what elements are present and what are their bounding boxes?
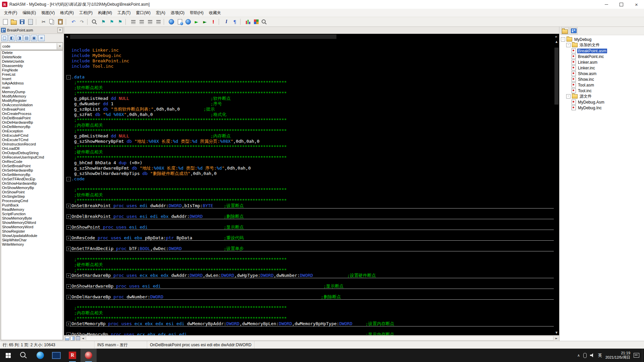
function-list-item[interactable]: OnLoadDll xyxy=(1,146,63,151)
function-list-item[interactable]: OnResCode xyxy=(1,160,63,164)
tree-item[interactable]: Show.asm xyxy=(559,71,644,76)
editor-line[interactable]: ;内存断点相关 xyxy=(64,123,554,128)
tray-device-icon[interactable] xyxy=(583,353,587,358)
function-list-item[interactable]: OnSetTFAndDecEip xyxy=(1,177,63,181)
editor-line[interactable] xyxy=(64,326,554,332)
action-center-icon[interactable] xyxy=(634,353,639,358)
bookmark-view-icon[interactable] xyxy=(65,336,69,341)
function-list-item[interactable]: ShowMemoryWord xyxy=(1,225,63,229)
function-list-item[interactable]: OnAccessVoilation xyxy=(1,103,63,107)
combobox-dropdown-icon[interactable]: ▼ xyxy=(57,43,63,49)
function-list-item[interactable]: FingNode xyxy=(1,68,63,72)
editor-bottom-scrollbar[interactable] xyxy=(86,336,553,341)
tree-item[interactable]: -添加的文件 xyxy=(559,42,644,48)
compile-rc-icon[interactable] xyxy=(176,18,184,26)
tree-item[interactable]: BreakPoint.inc xyxy=(559,54,644,59)
browser-taskbar-icon[interactable] xyxy=(32,349,48,362)
function-list-item[interactable]: PushBack xyxy=(1,203,63,207)
radasm-active-taskbar-icon[interactable] xyxy=(80,349,97,362)
function-list-item[interactable]: OnShowPoint xyxy=(1,190,63,194)
menu-item-2[interactable]: 视图(V) xyxy=(39,9,57,17)
editor-line[interactable]: ;内存断点相关 xyxy=(64,310,554,316)
hscroll-right-icon[interactable]: ► xyxy=(554,337,559,340)
editor-line[interactable] xyxy=(64,182,554,187)
run-debug-icon[interactable]: ► xyxy=(201,18,209,26)
tree-expand-icon[interactable]: - xyxy=(561,37,565,42)
editor-line[interactable]: ;软件断点相关 xyxy=(64,85,554,90)
fold-expand-icon[interactable]: + xyxy=(66,284,71,289)
redo-icon[interactable]: ↷ xyxy=(78,18,86,26)
function-list-item[interactable]: ScriptFunction xyxy=(1,212,63,216)
zoom-icon[interactable] xyxy=(261,18,269,26)
scroll-up-icon[interactable]: ▲ xyxy=(554,40,559,44)
tree-item[interactable]: Tool.asm xyxy=(559,82,644,88)
menu-item-9[interactable]: 选项(O) xyxy=(168,9,187,17)
function-list-item[interactable]: OnShowHardwareBp xyxy=(1,181,63,186)
function-list-item[interactable]: ModifyRegister xyxy=(1,99,63,103)
function-list-item[interactable]: SkipWhiteChar xyxy=(1,238,63,242)
function-list-item[interactable]: OnSetMemoryBp xyxy=(1,173,63,177)
show-paragraph-icon[interactable]: ¶ xyxy=(231,18,239,26)
editor-line[interactable]: ;***************************************… xyxy=(64,316,554,321)
editor-line[interactable]: g_szFmt db "%d %08X",0dh,0ah,0 ;格式化 xyxy=(64,112,554,117)
function-list-item[interactable]: OnBreakPoint xyxy=(1,107,63,112)
editor-line[interactable]: ;***************************************… xyxy=(64,267,554,273)
menu-item-4[interactable]: 工程(P) xyxy=(76,9,95,17)
editor-line[interactable]: include BreakPoint.inc xyxy=(64,58,554,64)
function-list-item[interactable]: OnDelMemoryBp xyxy=(1,125,63,129)
hscroll-left-icon[interactable]: ◄ xyxy=(80,337,86,340)
indent-icon[interactable] xyxy=(138,18,146,26)
menu-item-5[interactable]: 构建(M) xyxy=(95,9,115,17)
function-list-item[interactable]: ShowUpadataModule xyxy=(1,234,63,238)
menu-item-7[interactable]: 窗口(W) xyxy=(133,9,153,17)
function-list-item[interactable]: OnDelHardwareBp xyxy=(1,120,63,125)
split-view-icon[interactable] xyxy=(70,336,75,341)
restore-child-icon[interactable]: □ xyxy=(1,35,8,41)
hscroll-track[interactable] xyxy=(69,34,554,40)
open-file-icon[interactable] xyxy=(10,18,18,26)
function-list-item[interactable]: ReadMemory xyxy=(1,207,63,212)
tree-item[interactable]: BreakPoint.asm xyxy=(559,48,644,54)
vscroll-thumb[interactable] xyxy=(554,48,558,105)
function-list-item[interactable]: ModifyMemory xyxy=(1,94,63,99)
close-button[interactable]: × xyxy=(629,0,644,9)
cut-icon[interactable]: ✂ xyxy=(40,18,48,26)
editor-line[interactable]: g_bhCmd BhData 4 dup (<0>) xyxy=(64,160,554,166)
menu-item-1[interactable]: 编辑(E) xyxy=(20,9,39,17)
fold-expand-icon[interactable]: + xyxy=(66,236,71,240)
new-file-icon[interactable] xyxy=(1,18,9,26)
editor-line[interactable]: ;硬件断点相关 xyxy=(64,262,554,267)
editor-line[interactable]: g_szShowDelHardwareBpTips db "删除硬件断点成功",… xyxy=(64,171,554,176)
fold-expand-icon[interactable]: + xyxy=(66,204,71,208)
function-list-item[interactable]: ShowMemoryByte xyxy=(1,216,63,221)
function-list-item[interactable]: WriteMemory xyxy=(1,242,63,247)
editor-top-scrollbar[interactable]: ◄ ► xyxy=(64,34,559,40)
tree-item[interactable]: Linker.asm xyxy=(559,59,644,65)
tree-item[interactable]: -源文件 xyxy=(559,94,644,99)
editor-line[interactable]: -.code xyxy=(64,176,554,182)
function-list-item[interactable]: OnCreateProcess xyxy=(1,112,63,116)
bookmark-next-icon[interactable]: ⚑ xyxy=(108,18,116,26)
function-list-item[interactable]: OnShowMemoryBp xyxy=(1,186,63,190)
editor-line[interactable]: +OnSetBreakPoint proc uses edi dwAddr:DW… xyxy=(64,203,554,208)
tree-item[interactable]: Show.inc xyxy=(559,76,644,82)
document-close-icon[interactable]: × xyxy=(57,27,63,33)
fold-expand-icon[interactable]: + xyxy=(66,295,71,299)
fold-expand-icon[interactable]: + xyxy=(66,215,71,219)
function-list-item[interactable]: ShowRegister xyxy=(1,229,63,234)
section-combobox[interactable]: code ▼ xyxy=(1,43,63,50)
editor-line[interactable]: +OnDelHardwareBp proc dwNumber:DWORD ;删除… xyxy=(64,294,554,300)
editor-line[interactable]: ;***************************************… xyxy=(64,198,554,203)
stop-build-icon[interactable]: ! xyxy=(209,18,217,26)
editor-line[interactable]: g_dwNumber dd 1 ;序号 xyxy=(64,101,554,107)
editor-vertical-scrollbar[interactable]: ▲ ▼ xyxy=(554,40,559,335)
function-list-item[interactable]: Disassembly xyxy=(1,64,63,68)
fold-expand-icon[interactable]: + xyxy=(66,333,71,335)
show-desktop-button[interactable] xyxy=(642,349,644,362)
editor-line[interactable]: ;硬件断点相关 xyxy=(64,149,554,155)
editor-line[interactable]: +OnShowHardwareBp proc uses esi edi ;显示断… xyxy=(64,284,554,289)
editor-line[interactable]: +OnShowMemoryBp proc uses ecx ebx edx es… xyxy=(64,332,554,335)
editor-line[interactable]: +OnResCode proc uses edi ebx pBpData:ptr… xyxy=(64,235,554,241)
fold-expand-icon[interactable]: + xyxy=(66,274,71,278)
templates-tab-button[interactable] xyxy=(570,27,578,35)
